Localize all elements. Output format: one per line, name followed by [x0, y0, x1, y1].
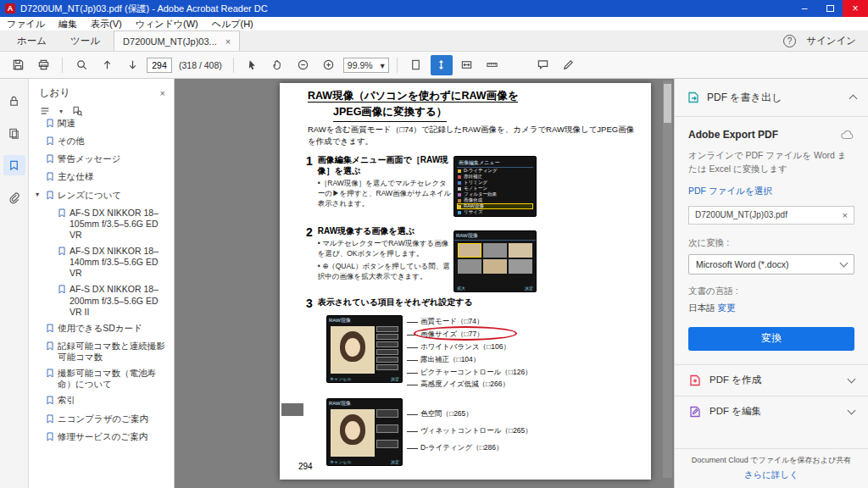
tab-close-icon[interactable]: × [225, 36, 231, 47]
camera-screen-title: RAW現像 [327, 399, 402, 408]
format-dropdown[interactable]: Microsoft Word (*.docx) [688, 254, 854, 274]
scroll-mode-button[interactable] [431, 55, 453, 75]
bookmark-label: 記録可能コマ数と連続撮影可能コマ数 [58, 341, 170, 363]
close-panel-icon[interactable]: × [160, 88, 165, 98]
bookmarks-panel-button[interactable] [3, 155, 25, 175]
menu-row: D-ライティング [457, 168, 533, 174]
change-language-link[interactable]: 変更 [717, 302, 735, 313]
setting-thumb [376, 409, 398, 418]
signin-button[interactable]: サインイン [806, 35, 856, 47]
menu-help[interactable]: ヘルプ(H) [212, 18, 253, 30]
ruler-icon [486, 58, 498, 71]
zoom-level-dropdown[interactable]: 99.9%▾ [343, 58, 389, 73]
document-language-label: 文書の言語 : [688, 286, 854, 297]
search-button[interactable] [70, 55, 92, 75]
bookmark-item[interactable]: 主な仕様 [29, 169, 174, 186]
bookmark-options-icon[interactable] [39, 105, 51, 117]
bookmark-item[interactable]: AF-S DX NIKKOR 18–200mm f/3.5–5.6G ED VR… [29, 281, 174, 319]
expand-caret-icon[interactable]: ▾ [36, 190, 46, 199]
tab-tools[interactable]: ツール [58, 30, 112, 51]
bookmark-item[interactable]: 使用できるSDカード [29, 320, 174, 338]
bookmark-item-expanded[interactable]: ▾レンズについて [29, 187, 174, 205]
camera-screen-edit-menu: 画像編集メニュー D-ライティング 赤目補正 トリミング モノトーン フィルター… [453, 156, 537, 217]
paperclip-icon [8, 191, 20, 204]
zoom-out-button[interactable] [292, 55, 314, 75]
camera-screen-title: 画像編集メニュー [457, 158, 533, 168]
find-bookmark-icon[interactable] [71, 105, 83, 117]
select-tool-button[interactable] [242, 55, 264, 75]
help-icon[interactable]: ? [783, 35, 796, 47]
bookmark-item[interactable]: ニコンプラザのご案内 [29, 411, 174, 429]
menu-window[interactable]: ウィンドウ(W) [136, 18, 198, 30]
menu-view[interactable]: 表示(V) [91, 18, 122, 30]
scrollbar-thumb[interactable] [664, 84, 671, 123]
bookmark-item[interactable]: 記録可能コマ数と連続撮影可能コマ数 [29, 338, 174, 365]
page-thumbnails-button[interactable] [3, 123, 25, 143]
scroll-mode-icon [435, 58, 448, 71]
step-3: 3 表示されている項目をそれぞれ設定する [306, 297, 577, 309]
bookmark-icon [58, 208, 66, 220]
cloud-icon [841, 130, 854, 140]
bookmark-label: ニコンプラザのご案内 [58, 413, 170, 424]
menu-row-highlighted: RAW現像 [457, 203, 533, 209]
select-pdf-file-link[interactable]: PDF ファイルを選択 [688, 186, 854, 197]
acrobat-logo-icon: A [5, 3, 15, 14]
page-number-input[interactable] [147, 58, 172, 73]
acrobat-reader-window: A D7200UM_NT(Jp)03.pdf (保護) - Adobe Acro… [0, 0, 868, 488]
window-title: D7200UM_NT(Jp)03.pdf (保護) - Adobe Acroba… [20, 3, 268, 15]
protection-panel-button[interactable] [3, 91, 25, 111]
print-button[interactable] [32, 55, 54, 75]
fit-width-button[interactable] [456, 55, 478, 75]
toolbar-separator [233, 58, 234, 73]
bookmark-item[interactable]: 修理サービスのご案内 [29, 429, 174, 446]
menu-row: 画像合成 [457, 197, 533, 203]
bookmark-icon [46, 190, 54, 202]
bookmark-item[interactable]: その他 [29, 133, 174, 151]
setting-thumb [376, 364, 398, 370]
chevron-up-icon [849, 95, 858, 103]
fit-page-icon [409, 58, 422, 71]
convert-button[interactable]: 変換 [688, 327, 854, 351]
comment-button[interactable] [532, 55, 554, 75]
cloud-note: Document Cloud でファイルを保存および共有 [683, 455, 860, 466]
minimize-button[interactable]: – [792, 0, 817, 17]
remove-file-icon[interactable]: × [843, 210, 848, 220]
vertical-scrollbar[interactable] [663, 80, 672, 478]
menu-edit[interactable]: 編集 [58, 18, 77, 30]
bookmark-item[interactable]: 撮影可能コマ数（電池寿命）について [29, 365, 174, 392]
next-page-button[interactable] [121, 55, 143, 75]
create-pdf-row[interactable]: PDF を作成 [675, 364, 868, 396]
camera-screen-raw-settings-2: RAW現像 キャンセル決定 [326, 398, 403, 466]
tab-document[interactable]: D7200UM_NT(Jp)03... × [114, 30, 240, 51]
arrow-up-icon [101, 58, 114, 71]
close-button[interactable]: × [843, 0, 868, 17]
restore-button[interactable] [817, 0, 843, 17]
save-button[interactable] [7, 55, 29, 75]
edit-pdf-row[interactable]: PDF を編集 [675, 396, 868, 427]
hand-tool-button[interactable] [267, 55, 289, 75]
bookmark-item[interactable]: AF-S DX NIKKOR 18–105mm f/3.5–5.6G ED VR [29, 205, 174, 243]
zoom-level-value: 99.9% [348, 60, 373, 70]
setting-label: ヴィネットコントロール（□265） [407, 426, 532, 436]
measure-tool-button[interactable] [481, 55, 504, 75]
menu-file[interactable]: ファイル [7, 18, 45, 30]
fit-page-button[interactable] [405, 55, 427, 75]
bookmarks-panel-title: しおり [39, 86, 70, 100]
bookmark-item[interactable]: 索引 [29, 392, 174, 410]
tab-home[interactable]: ホーム [5, 30, 58, 51]
export-pdf-section-header[interactable]: PDF を書き出し [675, 79, 868, 117]
previous-page-button[interactable] [96, 55, 118, 75]
chevron-down-icon [848, 374, 856, 383]
bookmark-item[interactable]: AF-S DX NIKKOR 18–140mm f/3.5–5.6G ED VR [29, 243, 174, 281]
attachments-panel-button[interactable] [3, 187, 25, 208]
bookmark-item[interactable]: 警告メッセージ [29, 151, 174, 169]
bookmarks-list: 関連 その他 警告メッセージ 主な仕様 ▾レンズについて AF-S DX NIK… [29, 115, 174, 446]
zoom-in-button[interactable] [318, 55, 340, 75]
learn-more-link[interactable]: さらに詳しく [683, 469, 860, 481]
caret-down-icon[interactable]: ▾ [59, 108, 63, 115]
hand-icon [271, 58, 284, 71]
bookmark-item[interactable]: 関連 [29, 115, 174, 133]
restore-icon [826, 5, 834, 12]
bookmark-label: AF-S DX NIKKOR 18–105mm f/3.5–5.6G ED VR [70, 208, 170, 241]
highlight-button[interactable] [558, 55, 580, 75]
